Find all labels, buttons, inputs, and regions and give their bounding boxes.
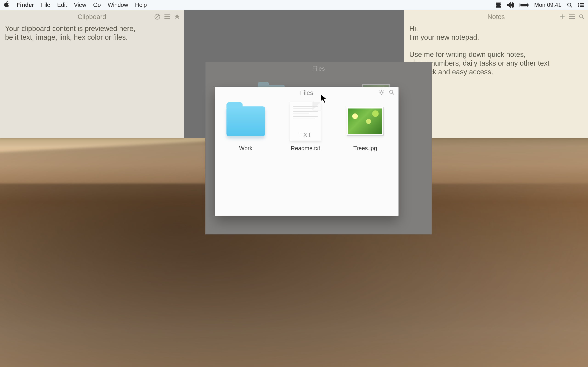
file-label: Trees.jpg: [353, 145, 377, 152]
svg-rect-10: [580, 6, 584, 7]
clear-icon[interactable]: [154, 14, 160, 20]
svg-line-12: [156, 15, 159, 18]
menu-file[interactable]: File: [41, 2, 50, 8]
svg-line-29: [383, 93, 383, 94]
folder-icon: [226, 106, 265, 136]
battery-icon[interactable]: [519, 3, 529, 7]
svg-rect-15: [164, 18, 170, 19]
menu-icon[interactable]: [569, 15, 575, 19]
files-back-title: Files: [205, 62, 432, 72]
svg-point-5: [578, 3, 579, 4]
active-app-name[interactable]: Finder: [17, 2, 34, 8]
svg-rect-2: [527, 4, 528, 6]
svg-point-9: [578, 6, 579, 7]
list-icon[interactable]: [578, 3, 584, 7]
apple-icon[interactable]: [4, 1, 10, 9]
svg-line-33: [392, 93, 394, 94]
files-window[interactable]: Files Work TXT Readme.txt Tr: [215, 87, 398, 216]
svg-rect-1: [520, 4, 527, 6]
search-icon[interactable]: [389, 90, 394, 97]
svg-rect-13: [164, 15, 170, 15]
svg-line-4: [570, 6, 572, 7]
notes-content[interactable]: Hi, I'm your new notepad. Use me for wri…: [404, 23, 588, 81]
svg-rect-20: [569, 18, 575, 19]
gear-icon[interactable]: [379, 90, 384, 97]
svg-rect-19: [569, 16, 575, 17]
notes-title: Notes: [487, 13, 505, 21]
menu-window[interactable]: Window: [108, 2, 128, 8]
search-icon[interactable]: [579, 14, 584, 19]
notes-panel: Notes Hi, I'm your new notepad. Use me f…: [404, 10, 588, 138]
svg-point-7: [578, 4, 579, 6]
clipboard-content: Your clipboard content is previewed here…: [0, 23, 184, 46]
add-icon[interactable]: [560, 14, 565, 19]
svg-point-23: [380, 91, 382, 93]
svg-rect-8: [580, 5, 584, 6]
file-item-image[interactable]: Trees.jpg: [346, 102, 385, 152]
image-thumbnail-icon: [347, 107, 384, 135]
svg-line-31: [383, 90, 383, 91]
star-icon[interactable]: [174, 14, 180, 20]
text-document-icon: TXT: [290, 102, 321, 141]
menu-icon[interactable]: [164, 15, 170, 19]
files-title-bar[interactable]: Files: [215, 87, 398, 99]
clipboard-panel: Clipboard Your clipboard content is prev…: [0, 10, 184, 138]
file-item-folder[interactable]: Work: [226, 102, 265, 152]
tray-icon[interactable]: [495, 2, 502, 8]
volume-icon[interactable]: [507, 2, 514, 8]
menu-view[interactable]: View: [74, 2, 86, 8]
txt-badge: TXT: [299, 131, 312, 139]
menu-go[interactable]: Go: [93, 2, 101, 8]
menu-edit[interactable]: Edit: [57, 2, 67, 8]
svg-rect-14: [164, 16, 170, 17]
menu-clock[interactable]: Mon 09:41: [534, 2, 561, 8]
svg-line-22: [582, 17, 584, 19]
svg-rect-18: [569, 15, 575, 15]
file-label: Work: [239, 145, 252, 152]
file-label: Readme.txt: [291, 145, 320, 152]
files-title: Files: [300, 90, 313, 97]
menu-help[interactable]: Help: [135, 2, 147, 8]
svg-line-30: [380, 93, 380, 94]
clipboard-title: Clipboard: [78, 13, 106, 21]
svg-rect-6: [580, 3, 584, 4]
spotlight-icon[interactable]: [567, 2, 572, 8]
cursor-icon: [320, 94, 328, 105]
svg-line-28: [380, 90, 380, 91]
file-item-txt[interactable]: TXT Readme.txt: [286, 102, 325, 152]
menu-bar: Finder File Edit View Go Window Help Mon…: [0, 0, 588, 10]
